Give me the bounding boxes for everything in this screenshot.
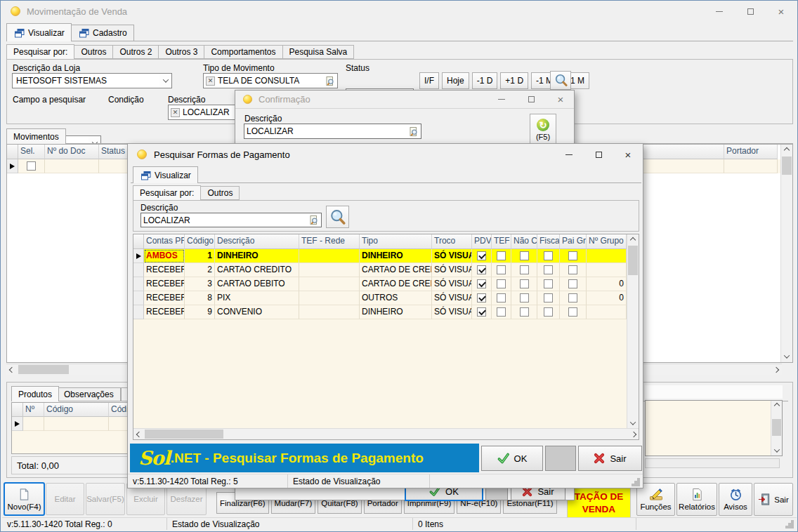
clear-icon[interactable]: ✕ <box>206 77 215 86</box>
scroll-down-arrow[interactable] <box>781 351 792 362</box>
dialog-search-button[interactable] <box>326 206 349 228</box>
column-header[interactable]: PDV <box>472 234 492 249</box>
table-row[interactable]: RECEBER2CARTAO CREDITOCARTAO DE CREDISÓ … <box>133 263 639 277</box>
table-row[interactable]: RECEBER8PIXOUTROSSÓ VISUA0 <box>133 291 639 305</box>
dialog-tab-pesquisar-por[interactable]: Pesquisar por: <box>133 185 201 200</box>
checkbox[interactable] <box>544 307 553 317</box>
tab-movimentos[interactable]: Movimentos <box>6 128 66 144</box>
search-doc-icon[interactable] <box>308 215 319 225</box>
date-range-button[interactable]: -1 D <box>472 72 498 89</box>
checkbox[interactable] <box>520 251 529 260</box>
avisos-button[interactable]: Avisos <box>719 483 752 516</box>
search-subtab[interactable]: Pesquisa Salva <box>283 45 355 59</box>
column-header[interactable]: Não Cc <box>511 234 537 249</box>
novo-button[interactable]: Novo(F4) <box>4 483 44 515</box>
checkbox[interactable] <box>520 265 529 274</box>
salvar-button[interactable]: Salvar(F5) <box>86 483 125 515</box>
search-subtab[interactable]: Outros 3 <box>159 45 204 59</box>
scrollbar-thumb[interactable] <box>782 157 792 175</box>
scrollbar-thumb[interactable] <box>145 430 223 439</box>
scroll-left-arrow[interactable] <box>6 364 18 375</box>
table-row[interactable]: AMBOS1DINHEIRODINHEIROSÓ VISUA <box>133 249 639 263</box>
scrollbar-thumb[interactable] <box>18 365 69 374</box>
minimize-button[interactable] <box>491 92 512 107</box>
column-header[interactable]: Troco <box>432 234 472 249</box>
date-range-button[interactable]: Hoje <box>442 72 469 89</box>
checkbox[interactable] <box>520 279 529 288</box>
column-header[interactable]: Contas PR <box>144 234 185 249</box>
checkbox[interactable] <box>544 251 553 260</box>
search-doc-icon[interactable] <box>325 76 335 86</box>
resize-grip[interactable] <box>637 478 640 481</box>
column-header[interactable]: Nº <box>23 403 44 417</box>
checkbox[interactable] <box>497 293 506 302</box>
close-button[interactable]: × <box>617 147 639 162</box>
chevron-down-icon[interactable] <box>159 74 171 88</box>
scroll-left-arrow[interactable] <box>133 429 144 439</box>
column-header[interactable]: Pai Gru <box>560 234 587 249</box>
checkbox[interactable] <box>497 279 506 288</box>
checkbox[interactable] <box>477 265 486 274</box>
main-title-bar[interactable]: Movimentação de Venda × <box>1 1 797 22</box>
confirm-title-bar[interactable]: Confirmação × <box>235 91 574 109</box>
scroll-down-arrow[interactable] <box>771 446 782 455</box>
checkbox[interactable] <box>477 251 486 260</box>
checkbox[interactable] <box>568 293 577 302</box>
close-button[interactable]: × <box>771 4 792 19</box>
column-header[interactable]: Portador <box>724 145 778 159</box>
tab-cadastro[interactable]: Cadastro <box>71 25 134 41</box>
refresh-f5-button[interactable]: ↻ (F5) <box>530 114 556 146</box>
checkbox[interactable] <box>520 307 529 317</box>
checkbox[interactable] <box>497 265 506 274</box>
clear-icon[interactable]: ✕ <box>171 108 180 117</box>
table-row[interactable]: RECEBER3CARTAO DEBITOCARTAO DE CREDISÓ V… <box>133 277 639 291</box>
sel-checkbox[interactable] <box>27 161 36 171</box>
table-vscrollbar[interactable] <box>627 234 639 428</box>
relatorios-button[interactable]: Relatórios <box>676 483 717 516</box>
column-header[interactable]: Sel. <box>18 145 45 159</box>
scroll-down-arrow[interactable] <box>627 418 639 428</box>
dialog-title-bar[interactable]: Pesquisar Formas de Pagamento × <box>128 144 643 165</box>
checkbox[interactable] <box>477 279 486 288</box>
search-subtab[interactable]: Outros <box>74 45 113 59</box>
dialog-sair-button[interactable]: Sair <box>578 446 642 471</box>
memo-area[interactable] <box>645 400 783 456</box>
checkbox[interactable] <box>497 251 506 260</box>
memo-vscrollbar[interactable] <box>771 401 782 455</box>
maximize-button[interactable] <box>521 92 542 107</box>
tab-produtos[interactable]: Produtos <box>11 386 59 401</box>
scroll-right-arrow[interactable] <box>628 429 639 439</box>
descricao-field[interactable]: LOCALIZAR <box>140 213 322 227</box>
tipo-movimento-field[interactable]: ✕ TELA DE CONSULTA <box>203 73 338 88</box>
descricao-field[interactable]: LOCALIZAR <box>244 124 421 139</box>
table-row[interactable]: RECEBER9CONVENIODINHEIROSÓ VISUA <box>133 305 639 319</box>
minimize-button[interactable] <box>709 4 730 19</box>
column-header[interactable]: Nº Grupo <box>587 234 627 249</box>
checkbox[interactable] <box>544 279 553 288</box>
checkbox[interactable] <box>568 251 577 260</box>
dialog-tab-visualizar[interactable]: Visualizar <box>133 166 198 183</box>
search-button[interactable] <box>550 71 571 90</box>
loja-combobox[interactable]: HETOSOFT SISTEMAS <box>12 73 172 88</box>
column-header[interactable]: Fiscal <box>537 234 560 249</box>
minimize-button[interactable] <box>558 147 580 162</box>
dialog-ok-button[interactable]: OK <box>481 446 543 471</box>
column-header[interactable]: TEF <box>492 234 511 249</box>
search-subtab[interactable]: Comportamentos <box>204 45 282 59</box>
checkbox[interactable] <box>477 307 486 317</box>
checkbox[interactable] <box>568 265 577 274</box>
date-range-button[interactable]: I/F <box>419 72 439 89</box>
editar-button[interactable]: Editar <box>46 483 84 515</box>
column-header[interactable]: Tipo <box>360 234 432 249</box>
checkbox[interactable] <box>520 293 529 302</box>
dialog-spacer-button[interactable] <box>545 446 576 471</box>
scroll-right-arrow[interactable] <box>771 364 782 375</box>
column-header[interactable]: Descrição <box>215 234 299 249</box>
column-header[interactable]: Nº do Doc <box>45 145 99 159</box>
scrollbar-thumb[interactable] <box>628 246 638 275</box>
tab-visualizar[interactable]: Visualizar <box>6 23 72 41</box>
checkbox[interactable] <box>544 265 553 274</box>
scroll-up-arrow[interactable] <box>771 401 782 411</box>
search-subtab[interactable]: Outros 2 <box>113 45 159 59</box>
dialog-tab-outros[interactable]: Outros <box>201 186 240 200</box>
